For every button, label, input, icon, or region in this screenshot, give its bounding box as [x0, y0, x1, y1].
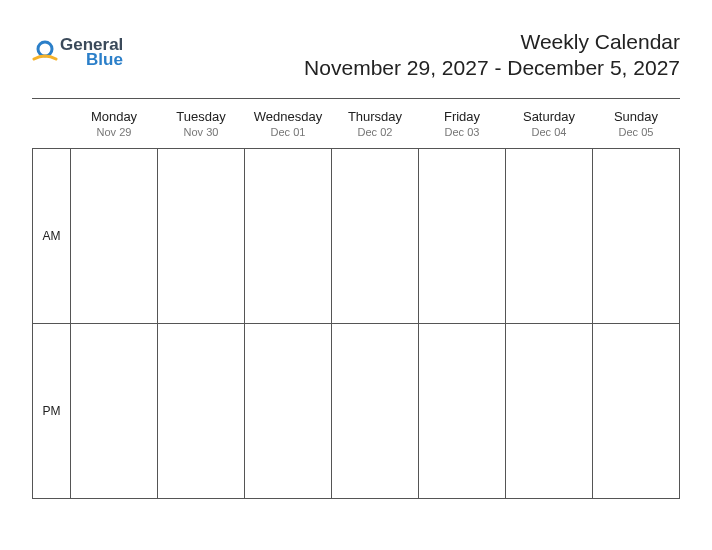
am-row: AM [33, 149, 680, 324]
calendar-cell [158, 324, 245, 499]
day-date: Dec 01 [245, 126, 332, 138]
period-header-blank [33, 105, 71, 149]
logo: General Blue [32, 36, 123, 68]
title-block: Weekly Calendar November 29, 2027 - Dece… [304, 30, 680, 80]
header-row: Monday Nov 29 Tuesday Nov 30 Wednesday D… [33, 105, 680, 149]
day-name: Friday [419, 109, 506, 124]
header: General Blue Weekly Calendar November 29… [32, 30, 680, 80]
calendar-cell [71, 324, 158, 499]
period-label-am: AM [33, 149, 71, 324]
calendar-container: Monday Nov 29 Tuesday Nov 30 Wednesday D… [32, 98, 680, 499]
day-header: Saturday Dec 04 [506, 105, 593, 149]
logo-text-blue: Blue [86, 51, 123, 68]
calendar-cell [245, 149, 332, 324]
day-header: Sunday Dec 05 [593, 105, 680, 149]
day-name: Tuesday [158, 109, 245, 124]
calendar-cell [71, 149, 158, 324]
day-header: Tuesday Nov 30 [158, 105, 245, 149]
day-header: Friday Dec 03 [419, 105, 506, 149]
calendar-cell [332, 324, 419, 499]
day-header: Wednesday Dec 01 [245, 105, 332, 149]
calendar-cell [245, 324, 332, 499]
day-date: Nov 29 [71, 126, 158, 138]
day-date: Nov 30 [158, 126, 245, 138]
day-date: Dec 05 [593, 126, 680, 138]
calendar-cell [332, 149, 419, 324]
day-name: Thursday [332, 109, 419, 124]
calendar-cell [506, 149, 593, 324]
logo-text: General Blue [60, 36, 123, 68]
calendar-cell [419, 324, 506, 499]
calendar-cell [593, 324, 680, 499]
date-range: November 29, 2027 - December 5, 2027 [304, 56, 680, 80]
day-date: Dec 04 [506, 126, 593, 138]
day-date: Dec 03 [419, 126, 506, 138]
calendar-cell [506, 324, 593, 499]
day-name: Sunday [593, 109, 680, 124]
day-name: Monday [71, 109, 158, 124]
calendar-cell [158, 149, 245, 324]
weekly-calendar-table: Monday Nov 29 Tuesday Nov 30 Wednesday D… [32, 105, 680, 499]
svg-point-0 [38, 42, 52, 56]
calendar-cell [593, 149, 680, 324]
day-name: Saturday [506, 109, 593, 124]
globe-swoosh-icon [32, 39, 58, 65]
day-header: Thursday Dec 02 [332, 105, 419, 149]
page-title: Weekly Calendar [304, 30, 680, 54]
day-name: Wednesday [245, 109, 332, 124]
day-date: Dec 02 [332, 126, 419, 138]
pm-row: PM [33, 324, 680, 499]
day-header: Monday Nov 29 [71, 105, 158, 149]
calendar-cell [419, 149, 506, 324]
period-label-pm: PM [33, 324, 71, 499]
